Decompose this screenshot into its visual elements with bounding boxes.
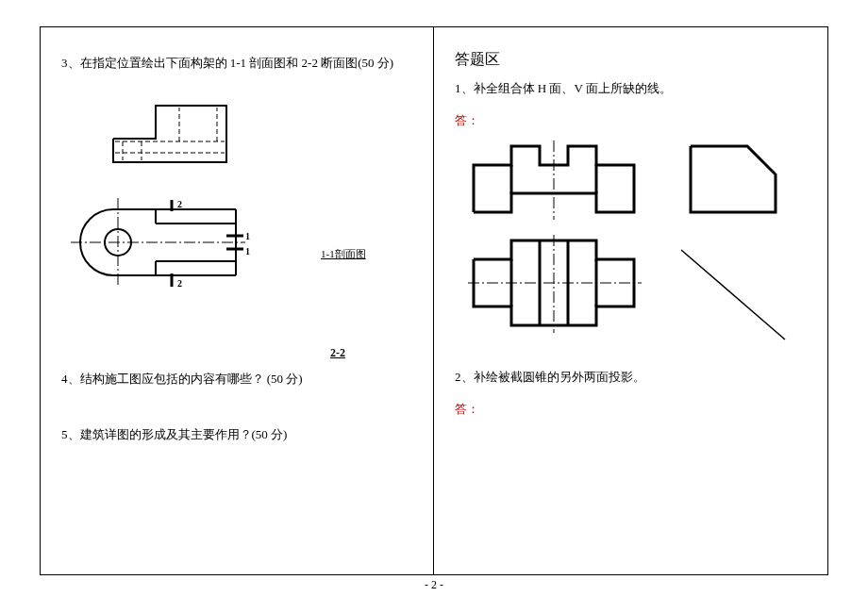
question-4: 4、结构施工图应包括的内容有哪些？ (50 分) [61,370,412,389]
label-1-1: 1-1剖面图 [321,247,366,261]
columns: 3、在指定位置绘出下面构架的 1-1 剖面图和 2-2 断面图(50 分) [41,27,827,574]
svg-line-34 [681,250,785,340]
label-2-2: 2-2 [330,346,345,360]
answer-q2: 2、补绘被截圆锥的另外两面投影。 [455,368,807,388]
svg-text:2: 2 [177,278,182,289]
page-border: 3、在指定位置绘出下面构架的 1-1 剖面图和 2-2 断面图(50 分) [40,26,828,575]
answer-label-2: 答： [455,401,807,418]
question-5: 5、建筑详图的形成及其主要作用？(50 分) [61,425,412,445]
combination-drawing [455,137,813,358]
svg-text:1: 1 [245,246,250,257]
svg-text:1: 1 [245,231,250,241]
structure-drawing: 2 2 1 1 [61,87,278,313]
answer-label-1: 答： [455,112,807,129]
figure-structure: 2 2 1 1 1-1剖面图 2-2 [61,87,412,313]
left-column: 3、在指定位置绘出下面构架的 1-1 剖面图和 2-2 断面图(50 分) [41,27,434,574]
svg-text:2: 2 [177,199,182,209]
answer-q1: 1、补全组合体 H 面、V 面上所缺的线。 [455,79,807,99]
answer-area-title: 答题区 [455,50,807,70]
question-3: 3、在指定位置绘出下面构架的 1-1 剖面图和 2-2 断面图(50 分) [61,54,412,74]
figure-combination [455,137,807,358]
page-number: - 2 - [0,578,868,592]
right-column: 答题区 1、补全组合体 H 面、V 面上所缺的线。 答： [434,27,827,574]
